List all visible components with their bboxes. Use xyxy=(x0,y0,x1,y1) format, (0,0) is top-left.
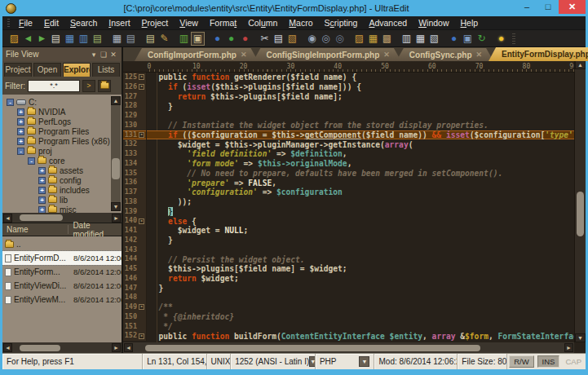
scroll-down-icon[interactable]: ▼ xyxy=(575,333,586,342)
code-line[interactable]: 144 // Persist the widget object. xyxy=(123,254,574,264)
tree-expander-icon[interactable]: + xyxy=(38,167,46,174)
code-line[interactable]: 125- public function getRenderer($field_… xyxy=(123,73,574,82)
panel-tab-explorer[interactable]: Explorer xyxy=(63,63,91,77)
list-horizontal-scrollbar[interactable]: ◄ ► xyxy=(2,342,122,353)
code-line[interactable]: 149- /** xyxy=(123,302,574,312)
favorites-button[interactable]: ▨ xyxy=(7,32,21,46)
code-line[interactable]: 128 } xyxy=(123,101,574,111)
tree-item-perflogs[interactable]: +PerfLogs xyxy=(2,117,110,126)
find-next-button[interactable]: ◎ xyxy=(319,32,333,46)
tab-close-icon[interactable]: ✕ xyxy=(476,51,483,59)
file-row-entityviewdi[interactable]: EntityViewDi...8/6/2014 12:06:... xyxy=(2,279,122,293)
code-line[interactable]: 139 } xyxy=(123,207,574,217)
fold-toggle-icon[interactable]: - xyxy=(139,218,144,224)
tree-item-misc[interactable]: +misc xyxy=(2,205,110,213)
tree-expander-icon[interactable]: + xyxy=(17,128,24,135)
menu-macro[interactable]: Macro xyxy=(283,17,318,29)
menu-scripting[interactable]: Scripting xyxy=(319,17,364,29)
filter-input[interactable] xyxy=(28,80,80,92)
code-line[interactable]: 140- else { xyxy=(123,216,574,226)
tree-item-core[interactable]: -core xyxy=(2,156,110,165)
file-row-entityform[interactable]: EntityForm...8/6/2014 12:06:... xyxy=(2,265,122,279)
tree-item-program-files-x86[interactable]: +Program Files (x86) xyxy=(2,136,110,146)
syntax-dropdown-icon[interactable]: ▼ xyxy=(359,356,369,367)
forward-button[interactable]: ► xyxy=(35,32,49,46)
chevron-down-icon[interactable]: ▾ xyxy=(89,51,99,59)
code-line[interactable]: 137 'configuration' => $configuration xyxy=(123,188,574,197)
tree-vertical-scrollbar[interactable]: ▲ ▼ xyxy=(111,96,121,211)
scroll-left-icon[interactable]: ◄ xyxy=(124,343,133,352)
find-in-files-button[interactable]: ▩ xyxy=(380,32,394,46)
copy-button[interactable]: ▤ xyxy=(272,32,285,46)
code-line[interactable]: 126- if (isset($this->plugins[$field_nam… xyxy=(123,82,574,92)
tree-horizontal-scrollbar[interactable]: ◄ ► xyxy=(2,213,122,223)
filter-go-button[interactable]: > xyxy=(82,80,95,92)
tree-expander-icon[interactable]: + xyxy=(17,118,24,126)
code-vertical-scrollbar[interactable]: ▼ ▲ ▼ xyxy=(574,47,586,342)
preview-red-button[interactable]: ● xyxy=(238,32,252,46)
code-line[interactable]: 135 // No need to prepare, defaults have… xyxy=(123,169,574,179)
fold-toggle-icon[interactable]: - xyxy=(139,132,144,138)
tree-expander-icon[interactable]: + xyxy=(17,108,24,116)
file-row-entityviewm[interactable]: EntityViewM...8/6/2014 12:06:... xyxy=(2,293,122,307)
code-line[interactable]: 151 */ xyxy=(123,322,574,332)
scroll-down-icon[interactable]: ▼ xyxy=(111,202,121,211)
code-line[interactable]: 132 $widget = $this->pluginManager->getI… xyxy=(123,139,574,149)
new-file-button[interactable]: ▤ xyxy=(49,32,63,46)
fold-toggle-icon[interactable]: - xyxy=(139,84,144,90)
scroll-up-icon[interactable]: ▲ xyxy=(575,60,586,69)
tab-entityformdisplay-php[interactable]: EntityFormDisplay.php✕ xyxy=(489,47,588,61)
tree-expander-icon[interactable]: - xyxy=(17,148,24,155)
browse-folder-button[interactable] xyxy=(98,80,111,92)
tree-item-c[interactable]: -C: xyxy=(2,97,110,107)
save-file-button[interactable]: ▥ xyxy=(77,32,91,46)
code-line[interactable]: 133 'field_definition' => $definition, xyxy=(123,149,574,159)
code-horizontal-scrollbar[interactable]: ◄ ► xyxy=(123,342,574,353)
menu-insert[interactable]: Insert xyxy=(103,17,135,29)
tree-expander-icon[interactable]: - xyxy=(28,157,35,165)
tab-configsingleimportform-php[interactable]: ConfigSingleImportForm.php✕ xyxy=(253,48,400,61)
open-file-button[interactable]: ▦ xyxy=(63,32,77,46)
minimize-button[interactable]: – xyxy=(516,0,537,14)
tree-expander-icon[interactable]: + xyxy=(38,187,46,194)
save-all-button[interactable]: ▤ xyxy=(91,32,104,46)
menu-file[interactable]: File xyxy=(13,17,38,29)
scroll-left-icon[interactable]: ◄ xyxy=(3,343,12,352)
code-view[interactable]: 125- public function getRenderer($field_… xyxy=(123,73,574,342)
tree-item-program-files[interactable]: +Program Files xyxy=(2,126,110,136)
tree-expander-icon[interactable]: + xyxy=(38,177,46,184)
file-row-[interactable]: .. xyxy=(2,237,122,251)
refresh-button[interactable]: ↻ xyxy=(475,32,489,46)
browser-view-button[interactable]: ● xyxy=(210,32,224,46)
code-line[interactable]: 152- public function buildForm(ContentEn… xyxy=(123,331,574,341)
document-properties-button[interactable]: ▤ xyxy=(144,32,157,46)
column-name[interactable]: Name xyxy=(2,225,69,234)
web-browser-button[interactable]: ● xyxy=(447,32,461,46)
code-line[interactable]: 148 xyxy=(123,293,574,302)
code-line[interactable]: 138 )); xyxy=(123,197,574,207)
code-line[interactable]: 145 $this->plugins[$field_name] = $widge… xyxy=(123,264,574,274)
tree-scroll-thumb[interactable] xyxy=(112,158,120,179)
tree-hscroll-thumb[interactable] xyxy=(20,214,63,221)
tree-expander-icon[interactable]: + xyxy=(38,206,46,214)
tree-expander-icon[interactable]: + xyxy=(17,138,24,145)
split-window-button[interactable]: ▥ xyxy=(400,32,413,46)
code-line[interactable]: 142 } xyxy=(123,236,574,245)
fold-toggle-icon[interactable]: - xyxy=(139,74,144,80)
scroll-up-icon[interactable]: ▲ xyxy=(111,96,121,105)
print-button[interactable]: ▦ xyxy=(110,32,124,46)
code-line[interactable]: 129 xyxy=(123,111,574,121)
line-numbers-button[interactable]: ▣ xyxy=(191,32,205,46)
replace-button[interactable]: ▨ xyxy=(352,32,366,46)
edit-document-button[interactable]: ✎ xyxy=(157,32,171,46)
preview-green-button[interactable]: ● xyxy=(224,32,238,46)
code-line[interactable]: 146 return $widget; xyxy=(123,274,574,284)
file-row-entityformd[interactable]: EntityFormD...8/6/2014 12:06:... xyxy=(2,251,122,265)
menu-project[interactable]: Project xyxy=(136,17,175,29)
tree-expander-icon[interactable]: - xyxy=(7,99,14,106)
paste-button[interactable]: ▧ xyxy=(285,32,299,46)
read-write-toggle[interactable]: R/W xyxy=(509,355,533,368)
tile-windows-button[interactable]: ▦ xyxy=(413,32,427,46)
code-line[interactable]: 131- if (($configuration = $this->getCom… xyxy=(123,130,574,140)
code-hscroll-thumb[interactable] xyxy=(145,345,480,351)
